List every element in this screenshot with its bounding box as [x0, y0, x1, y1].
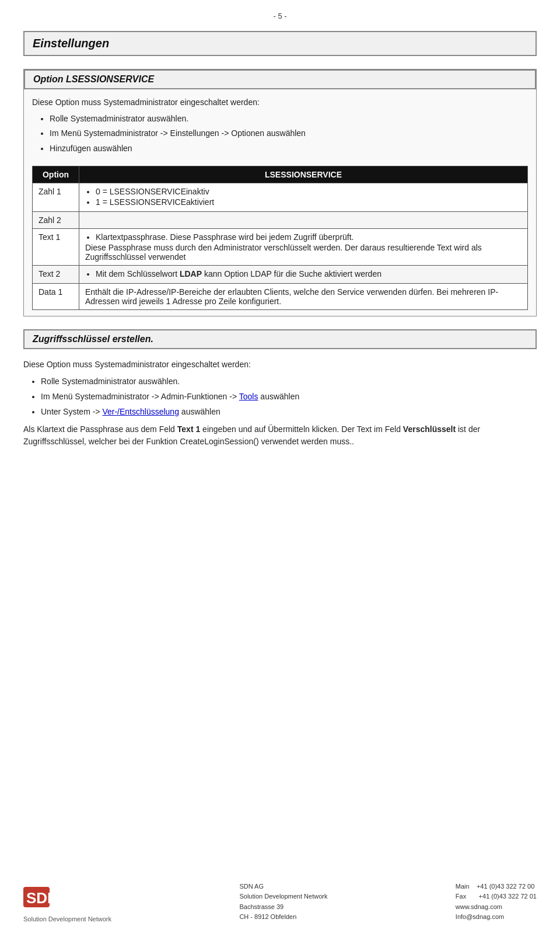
zugriffsschluessel-bullet3-suffix: auswählen: [179, 407, 220, 416]
list-item: 0 = LSESSIONSERVICEinaktiv: [96, 187, 522, 196]
footer-logo-text: Solution Development Network: [23, 915, 111, 922]
option-lsession-title: Option LSESSIONSERVICE: [33, 74, 527, 85]
tools-link[interactable]: Tools: [239, 392, 258, 401]
zugriffsschluessel-bullet3-prefix: Unter System ->: [41, 407, 102, 416]
footer-company-full: Solution Development Network: [239, 892, 327, 902]
option-lsession-bullet3: Hinzufügen auswählen: [50, 142, 528, 155]
zugriffsschluessel-bullet2: Im Menü Systemadministrator -> Admin-Fun…: [41, 391, 537, 403]
footer-email: Info@sdnag.com: [456, 912, 537, 922]
table-cell-content: Enthält die IP-Adresse/IP-Bereiche der e…: [79, 283, 528, 309]
footer-city: CH - 8912 Obfelden: [239, 912, 327, 922]
table-cell-label: Text 2: [33, 265, 79, 283]
option-lsession-table: Option LSESSIONSERVICE Zahl 1 0 = LSESSI…: [32, 166, 528, 310]
table-cell-text: Diese Passphrase muss durch den Administ…: [85, 243, 482, 262]
option-lsession-block: Option LSESSIONSERVICE Diese Option muss…: [23, 69, 537, 316]
zugriffsschluessel-bullet3: Unter System -> Ver-/Entschlüsselung aus…: [41, 406, 537, 419]
table-cell-text: Enthält die IP-Adresse/IP-Bereiche der e…: [85, 287, 498, 306]
footer-street: Bachstrasse 39: [239, 902, 327, 913]
footer-fax-value: +41 (0)43 322 72 01: [479, 893, 537, 900]
einstellungen-heading: Einstellungen: [33, 37, 527, 50]
footer-web: www.sdnag.com: [456, 902, 537, 913]
table-row: Zahl 1 0 = LSESSIONSERVICEinaktiv 1 = LS…: [33, 183, 528, 211]
option-lsession-intro: Diese Option muss Systemadministrator ei…: [32, 96, 528, 109]
page-number: - 5 -: [23, 12, 537, 20]
table-cell-label: Zahl 2: [33, 211, 79, 228]
table-col2-header: LSESSIONSERVICE: [79, 166, 528, 183]
table-cell-content: 0 = LSESSIONSERVICEinaktiv 1 = LSESSIONS…: [79, 183, 528, 211]
zugriffsschluessel-bullet2-prefix: Im Menü Systemadministrator -> Admin-Fun…: [41, 392, 239, 401]
list-item: Mit dem Schlüsselwort LDAP kann Option L…: [96, 269, 522, 278]
einstellungen-heading-box: Einstellungen: [23, 31, 537, 56]
footer-fax-label: Fax: [456, 893, 466, 900]
footer-company: SDN AG: [239, 882, 327, 892]
option-lsession-bullet2: Im Menü Systemadministrator -> Einstellu…: [50, 127, 528, 140]
ver-entschluesselung-link[interactable]: Ver-/Entschlüsselung: [102, 407, 179, 416]
table-row: Text 2 Mit dem Schlüsselwort LDAP kann O…: [33, 265, 528, 283]
zugriffsschluessel-para1: Als Klartext die Passphrase aus dem Feld…: [23, 423, 537, 448]
table-cell-label: Text 1: [33, 228, 79, 265]
table-row: Zahl 2: [33, 211, 528, 228]
table-row: Text 1 Klartextpassphrase. Diese Passphr…: [33, 228, 528, 265]
footer-logo: SDN Solution Development Network: [23, 881, 111, 922]
footer-fax: Fax +41 (0)43 322 72 01: [456, 892, 537, 902]
footer-main: Main +41 (0)43 322 72 00: [456, 882, 537, 892]
list-item: 1 = LSESSIONSERVICEaktiviert: [96, 197, 522, 207]
option-lsession-heading-box: Option LSESSIONSERVICE: [24, 69, 536, 89]
table-cell-content: [79, 211, 528, 228]
sdn-logo-icon: SDN: [23, 881, 82, 913]
footer-main-value: +41 (0)43 322 72 00: [477, 883, 534, 890]
zugriffsschluessel-intro: Diese Option muss Systemadministrator ei…: [23, 358, 537, 371]
table-col1-header: Option: [33, 166, 79, 183]
zugriffsschluessel-bullet1: Rolle Systemadministrator auswählen.: [41, 375, 537, 388]
table-cell-label: Data 1: [33, 283, 79, 309]
list-item: Klartextpassphrase. Diese Passphrase wir…: [96, 232, 522, 242]
zugriffsschluessel-heading-box: Zugriffsschlüssel erstellen.: [23, 329, 537, 349]
footer: SDN Solution Development Network SDN AG …: [23, 881, 537, 922]
option-lsession-intro-section: Diese Option muss Systemadministrator ei…: [32, 96, 528, 155]
table-cell-label: Zahl 1: [33, 183, 79, 211]
table-cell-content: Klartextpassphrase. Diese Passphrase wir…: [79, 228, 528, 265]
footer-address: SDN AG Solution Development Network Bach…: [239, 882, 327, 922]
option-lsession-bullet1: Rolle Systemadministrator auswählen.: [50, 113, 528, 126]
table-row: Data 1 Enthält die IP-Adresse/IP-Bereich…: [33, 283, 528, 309]
table-cell-content: Mit dem Schlüsselwort LDAP kann Option L…: [79, 265, 528, 283]
zugriffsschluessel-section: Zugriffsschlüssel erstellen. Diese Optio…: [23, 329, 537, 448]
footer-main-label: Main: [456, 883, 470, 890]
zugriffsschluessel-heading: Zugriffsschlüssel erstellen.: [33, 334, 527, 344]
svg-text:SDN: SDN: [26, 889, 58, 907]
zugriffsschluessel-bullet2-suffix: auswählen: [258, 392, 299, 401]
footer-contact: Main +41 (0)43 322 72 00 Fax +41 (0)43 3…: [456, 882, 537, 922]
